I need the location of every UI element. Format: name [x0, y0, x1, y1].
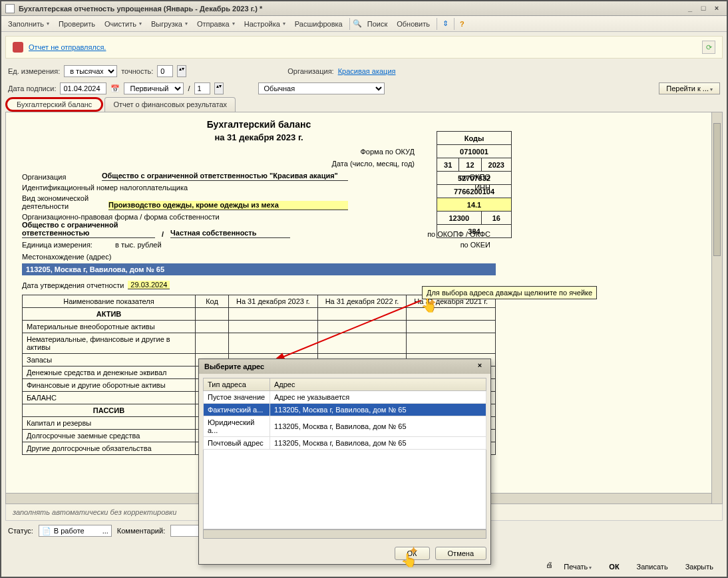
passive-header: ПАССИВ — [23, 404, 196, 417]
app-icon — [5, 4, 15, 13]
refresh-button[interactable]: Обновить — [393, 19, 434, 29]
dlg-th-addr[interactable]: Адрес — [270, 378, 486, 391]
settings-button[interactable]: Настройка — [240, 19, 289, 29]
date-row-label: Дата (число, месяц, год) — [22, 160, 415, 168]
date-month: 12 — [459, 158, 481, 172]
address-row-empty[interactable]: Пустое значениеАдрес не указывается — [204, 391, 486, 404]
send-button[interactable]: Отправка — [193, 19, 239, 29]
dialog-close-button[interactable]: × — [474, 361, 485, 372]
dialog-h-scrollbar[interactable] — [203, 529, 486, 539]
legal-form-value[interactable]: Общество с ограниченной ответственностью — [22, 221, 155, 238]
precision-input[interactable] — [157, 65, 173, 77]
org-label: Организация: — [287, 67, 333, 75]
correction-spinner[interactable]: ▴▾ — [214, 82, 224, 94]
okfs-value: 16 — [481, 212, 511, 225]
sparkle-icon-2: ✦ — [409, 543, 419, 558]
codes-header: Коды — [437, 132, 512, 145]
window-title: Бухгалтерская отчетность упрощенная (Янв… — [19, 5, 683, 13]
asset-row[interactable]: Денежные средства и денежные эквивал — [23, 366, 196, 379]
address-tooltip: Для выбора адреса дважды щелкните по яче… — [422, 286, 597, 299]
ownership-value[interactable]: Частная собственность — [170, 229, 290, 238]
date-day: 31 — [437, 158, 459, 172]
correction-number[interactable] — [194, 82, 210, 94]
dlg-th-type[interactable]: Тип адреса — [204, 378, 270, 391]
export-button[interactable]: Выгрузка — [147, 19, 192, 29]
okpo-value: 52707832 — [437, 172, 512, 185]
asset-header: АКТИВ — [23, 308, 196, 321]
minimize-button[interactable]: _ — [684, 4, 696, 13]
date-year: 2023 — [481, 158, 511, 172]
fill-button[interactable]: Заполнить — [4, 19, 53, 29]
unit-select[interactable]: в тысячах р — [64, 65, 117, 77]
asset-row[interactable]: Материальные внеоборотные активы — [23, 321, 196, 333]
check-button[interactable]: Проверить — [55, 19, 99, 29]
print-button[interactable]: Печать — [557, 561, 598, 573]
address-table: Тип адресаАдрес Пустое значениеАдрес не … — [203, 378, 486, 450]
address-label: Местонахождение (адрес) — [22, 253, 496, 261]
vertical-scrollbar[interactable] — [711, 112, 722, 504]
calendar-icon[interactable]: 📅 — [110, 84, 120, 93]
okud-value: 0710001 — [437, 145, 512, 158]
th-code: Код — [196, 295, 229, 308]
passive-row[interactable]: Капитал и резервы — [23, 417, 196, 430]
dialog-blank-area — [203, 450, 486, 529]
not-sent-link[interactable]: Отчет не отправлялся. — [29, 43, 106, 51]
window-titlebar: Бухгалтерская отчетность упрощенная (Янв… — [1, 1, 727, 16]
ordinary-select[interactable]: Обычная — [258, 82, 385, 94]
inn-field-label: Идентификационный номер налогоплательщик… — [22, 184, 222, 192]
codes-table: Коды 0710001 31122023 52707832 776620010… — [437, 131, 512, 238]
approve-label: Дата утверждения отчетности — [22, 281, 124, 289]
help-icon[interactable]: ? — [457, 20, 467, 28]
primary-select[interactable]: Первичный — [124, 82, 184, 94]
status-icon — [13, 42, 23, 53]
tab-balance[interactable]: Бухгалтерский баланс — [5, 97, 103, 112]
clear-button[interactable]: Очистить — [100, 19, 146, 29]
activity-label: Вид экономической деятельности — [22, 194, 108, 210]
activity-value[interactable]: Производство одежды, кроме одежды из мех… — [108, 201, 348, 210]
params-row-1: Ед. измерения: в тысячах р точность: ▴▾ … — [1, 63, 727, 80]
save-button[interactable]: Записать — [630, 561, 675, 573]
sign-date-input[interactable] — [60, 82, 106, 94]
address-dialog: Выберите адрес × Тип адресаАдрес Пустое … — [198, 359, 491, 565]
address-row-actual[interactable]: Фактический а...113205, Москва г, Вавило… — [204, 404, 486, 416]
address-row-postal[interactable]: Почтовый адрес113205, Москва г, Вавилова… — [204, 437, 486, 450]
tab-results[interactable]: Отчет о финансовых результатах — [104, 97, 236, 112]
close-main-button[interactable]: Закрыть — [679, 561, 720, 573]
okved-value[interactable]: 14.1 — [437, 198, 512, 212]
passive-row[interactable]: Другие долгосрочные обязательства — [23, 442, 196, 455]
address-row-legal[interactable]: Юридический а...113205, Москва г, Вавило… — [204, 416, 486, 437]
report-title: Бухгалтерский баланс — [22, 119, 496, 130]
okopf-value: 12300 — [437, 212, 482, 225]
asset-row[interactable]: Финансовые и другие оборотные активы — [23, 379, 196, 392]
org-link[interactable]: Красивая акация — [338, 67, 396, 75]
status-select[interactable]: 📄 В работе ... — [39, 525, 112, 537]
passive-row[interactable]: Долгосрочные заемные средства — [23, 430, 196, 442]
report-subtitle: на 31 декабря 2023 г. — [22, 132, 496, 142]
unit-label: Ед. измерения: — [8, 67, 60, 75]
decode-button[interactable]: Расшифровка — [291, 19, 347, 29]
maximize-button[interactable]: □ — [697, 4, 709, 13]
comment-label: Комментарий: — [117, 527, 165, 535]
search-button[interactable]: Поиск — [363, 19, 391, 29]
balance-row[interactable]: БАЛАНС — [23, 392, 196, 404]
report-tabs: Бухгалтерский баланс Отчет о финансовых … — [1, 97, 727, 112]
address-value-row[interactable]: 113205, Москва г, Вавилова, дом № 65 — [22, 263, 496, 275]
dialog-cancel-button[interactable]: Отмена — [435, 547, 486, 560]
goto-button[interactable]: Перейти к ... — [659, 82, 720, 94]
ok-button[interactable]: ОК — [602, 561, 626, 573]
asset-row[interactable]: Нематериальные, финансовые и другие в ак… — [23, 333, 196, 354]
document-icon: 📄 — [42, 527, 51, 535]
unit2-value: в тыс. рублей — [115, 241, 162, 249]
address-text: 113205, Москва г, Вавилова, дом № 65 — [26, 265, 164, 273]
close-button[interactable]: × — [711, 4, 723, 13]
refresh-icon[interactable]: ⟳ — [702, 41, 715, 54]
precision-spinner[interactable]: ▴▾ — [177, 65, 186, 77]
asset-row[interactable]: Запасы — [23, 354, 196, 366]
approve-date-value[interactable]: 29.03.2024 — [128, 281, 170, 289]
org-field-value[interactable]: Общество с ограниченной ответственностью… — [102, 172, 348, 181]
separator — [437, 18, 437, 30]
okud-label: Форма по ОКУД — [22, 148, 415, 156]
separator — [454, 18, 455, 30]
inn-value: 7766200104 — [437, 185, 512, 198]
expand-icon[interactable]: ⇕ — [440, 19, 451, 28]
